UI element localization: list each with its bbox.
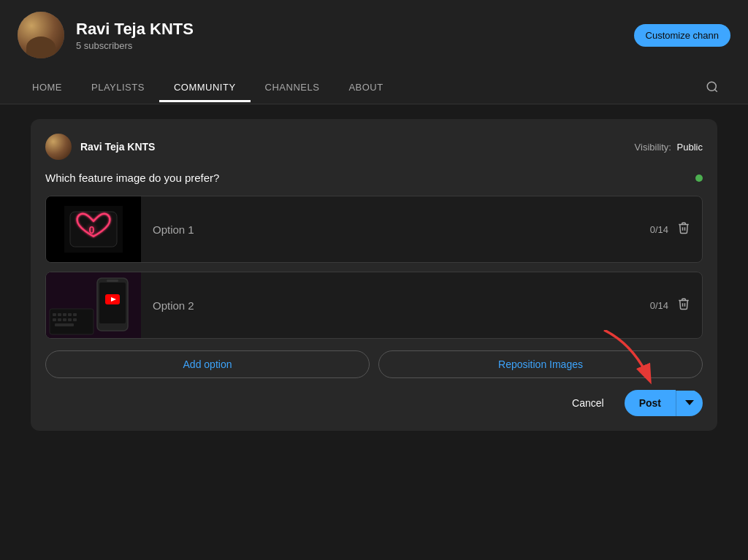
option-2-label: Option 2	[141, 299, 650, 312]
nav-tabs: HOME PLAYLISTS COMMUNITY CHANNELS ABOUT	[18, 73, 730, 104]
post-dropdown-button[interactable]	[676, 391, 703, 416]
phone-image-icon	[46, 272, 141, 338]
visibility-value: Public	[677, 142, 703, 153]
channel-avatar	[18, 12, 64, 58]
neon-heart-icon: 0	[64, 204, 123, 255]
active-indicator	[695, 174, 703, 182]
svg-rect-16	[73, 318, 77, 321]
svg-rect-6	[50, 309, 94, 334]
main-content: Ravi Teja KNTS Visibility: Public Which …	[0, 104, 748, 445]
tab-playlists[interactable]: PLAYLISTS	[77, 74, 159, 102]
svg-marker-24	[685, 400, 694, 405]
svg-rect-9	[63, 313, 66, 316]
reposition-images-button[interactable]: Reposition Images	[378, 350, 703, 378]
option-2-votes: 0/14	[650, 300, 668, 311]
option-1-votes: 0/14	[650, 224, 668, 235]
svg-rect-8	[58, 313, 61, 316]
svg-text:0: 0	[89, 224, 95, 236]
add-option-button[interactable]: Add option	[45, 350, 370, 378]
svg-rect-7	[53, 313, 56, 316]
option-1-delete-icon[interactable]	[677, 221, 690, 237]
option-2-meta: 0/14	[650, 297, 702, 313]
cancel-button[interactable]: Cancel	[560, 391, 616, 415]
option-1-image[interactable]: 0	[46, 196, 141, 262]
option-1-label: Option 1	[141, 223, 650, 236]
svg-rect-15	[68, 318, 72, 321]
customize-channel-button[interactable]: Customize chann	[634, 24, 730, 47]
post-card: Ravi Teja KNTS Visibility: Public Which …	[31, 119, 717, 431]
poll-option-2: Option 2 0/14	[45, 272, 703, 339]
tab-community[interactable]: COMMUNITY	[159, 74, 251, 102]
channel-name: Ravi Teja KNTS	[76, 20, 194, 39]
action-buttons-row: Add option Reposition Images	[45, 350, 703, 378]
header-actions: Customize chann	[634, 24, 730, 47]
post-button[interactable]: Post	[625, 390, 676, 416]
option-1-meta: 0/14	[650, 221, 702, 237]
svg-rect-13	[58, 318, 61, 321]
tab-channels[interactable]: CHANNELS	[251, 74, 335, 102]
search-icon[interactable]	[694, 73, 730, 104]
post-author-name: Ravi Teja KNTS	[80, 141, 155, 153]
visibility-label: Visibility:	[635, 142, 671, 153]
option-2-image[interactable]	[46, 272, 141, 338]
tab-home[interactable]: HOME	[18, 74, 77, 102]
poll-question-row: Which feature image do you prefer?	[45, 172, 703, 184]
svg-rect-10	[68, 313, 72, 316]
svg-rect-11	[73, 313, 77, 316]
tab-about[interactable]: ABOUT	[334, 74, 397, 102]
poll-option-1: 0 Option 1 0/14	[45, 196, 703, 263]
subscriber-count: 5 subscribers	[76, 40, 194, 51]
svg-rect-12	[53, 318, 56, 321]
option-2-delete-icon[interactable]	[677, 297, 690, 313]
post-footer: Cancel Post	[45, 390, 703, 416]
post-button-group: Post	[625, 390, 703, 416]
channel-info: Ravi Teja KNTS 5 subscribers Customize c…	[18, 12, 730, 67]
svg-rect-20	[107, 280, 118, 282]
svg-line-1	[714, 89, 717, 91]
poll-question-text: Which feature image do you prefer?	[45, 172, 219, 184]
svg-rect-17	[55, 323, 74, 326]
channel-text: Ravi Teja KNTS 5 subscribers	[76, 20, 194, 51]
svg-rect-14	[63, 318, 66, 321]
svg-point-0	[707, 82, 716, 91]
post-visibility: Visibility: Public	[635, 142, 703, 153]
post-header: Ravi Teja KNTS Visibility: Public	[45, 134, 703, 160]
post-author-avatar	[45, 134, 72, 160]
page-header: Ravi Teja KNTS 5 subscribers Customize c…	[0, 0, 748, 104]
